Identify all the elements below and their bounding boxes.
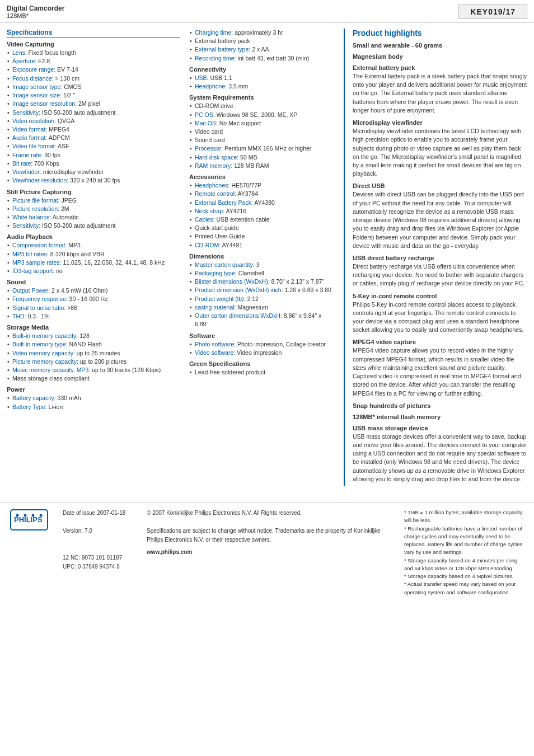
audio-playback-list: Compression format: MP3 MP3 bit rates: 8… — [7, 241, 180, 275]
list-item: casing material: Magnesium — [189, 303, 335, 312]
header-bar: Digital Camcorder 128MB* KEY019/17 — [0, 0, 534, 23]
list-item: Signal to noise ratio: >86 — [7, 304, 180, 312]
legal-text: Specifications are subject to change wit… — [147, 527, 393, 544]
list-item: Lens: Fixed focus length — [7, 49, 180, 57]
footer-meta: Date of issue 2007-01-18 Version: 7.0 12… — [63, 509, 135, 571]
list-item: External Battery Pack: AY4380 — [189, 199, 335, 207]
left-column: Specifications Video Capturing Lens: Fix… — [7, 29, 180, 486]
page: Digital Camcorder 128MB* KEY019/17 Speci… — [0, 0, 534, 756]
footnote-3: * Storage capacity based on 4 minutes pe… — [404, 557, 527, 573]
upc-number: UPC: 0 37849 94374 8 — [63, 562, 135, 571]
list-item: Sensitivity: ISO 50-200 auto adjustment — [7, 222, 180, 230]
list-item: Headphones: HE570/77P — [189, 181, 335, 190]
highlight-5key-text: Philips 5-Key in-cord remote control pla… — [353, 300, 527, 335]
highlight-5key-title: 5-Key in-cord remote control — [353, 293, 527, 299]
list-item: Focus distance: > 130 cm — [7, 74, 180, 83]
charging-list: Charging time: approximately 3 hr Extern… — [189, 29, 335, 63]
list-item: Neck strap: AY4216 — [189, 207, 335, 215]
footer-logo: PHILIPS — [7, 509, 51, 531]
software-title: Software — [189, 332, 335, 339]
sound-title: Sound — [7, 279, 180, 285]
list-item: Built-in memory capacity: 128 — [7, 332, 180, 340]
power-title: Power — [7, 386, 180, 393]
svg-point-2 — [16, 514, 19, 517]
highlight-mpeg4-title: MPEG4 video capture — [353, 339, 527, 345]
list-item: White balance: Automatic — [7, 213, 180, 222]
audio-playback-title: Audio Playback — [7, 233, 180, 240]
list-item: Picture file format: JPEG — [7, 196, 180, 205]
highlight-snap-title: Snap hundreds of pictures — [353, 402, 527, 409]
sound-list: Output Power: 2 x 4.5 mW (16 Ohm) Freque… — [7, 287, 180, 321]
footnote-4: * Storage capacity based on 4 Mpixel pic… — [404, 572, 527, 580]
philips-logo-svg: PHILIPS — [10, 509, 49, 531]
footer: PHILIPS Date of issue 2007-01-18 Version… — [0, 503, 534, 602]
highlight-usb-battery-text: Direct battery recharge via USB offers u… — [353, 262, 527, 288]
accessories-title: Accessories — [189, 173, 335, 180]
storage-list: Built-in memory capacity: 128 Built-in m… — [7, 332, 180, 383]
list-item: Video resolution: QVGA — [7, 117, 180, 125]
list-item: Picture resolution: 2M — [7, 205, 180, 213]
specs-title: Specifications — [7, 29, 180, 37]
list-item: Quick start guide — [189, 224, 335, 232]
video-capturing-list: Lens: Fixed focus length Aperture: F2.8 … — [7, 49, 180, 185]
list-item: Printed User Guide — [189, 232, 335, 241]
list-item: Mac OS: No Mac support — [189, 119, 335, 128]
highlights-title: Product highlights — [353, 29, 527, 37]
list-item: CD-ROM drive — [189, 102, 335, 110]
list-item: Viewfinder: microdisplay viewfinder — [7, 168, 180, 176]
storage-title: Storage Media — [7, 324, 180, 331]
version: Version: 7.0 — [63, 527, 135, 536]
list-item: Aperture: F2.8 — [7, 57, 180, 65]
list-item: Compression format: MP3 — [7, 241, 180, 250]
list-item: Built-in memory type: NAND Flash — [7, 340, 180, 349]
dimensions-title: Dimensions — [189, 253, 335, 260]
list-item: Image sensor resolution: 2M pixel — [7, 100, 180, 108]
highlight-usb-storage-text: USB mass storage devices offer a conveni… — [353, 433, 527, 483]
svg-point-3 — [24, 514, 27, 517]
list-item: Packaging type: Clamshell — [189, 269, 335, 278]
still-picture-title: Still Picture Capturing — [7, 189, 180, 195]
power-list: Battery capacity: 330 mAh Battery Type: … — [7, 394, 180, 411]
list-item: External battery type: 2 x AA — [189, 45, 335, 54]
copyright: © 2007 Koninklijke Philips Electronics N… — [147, 509, 393, 518]
connectivity-list: USB: USB 1.1 Headphone: 3.5 mm — [189, 74, 335, 91]
product-type: Digital Camcorder — [7, 4, 458, 12]
software-list: Photo software: Photo impression, Collag… — [189, 340, 335, 357]
list-item: Music memory capacity, MP3: up to 30 tra… — [7, 366, 180, 374]
list-item: Blister dimensions (WxDxH): 8.70" x 2.13… — [189, 278, 335, 286]
highlight-microdisplay-text: Microdisplay viewfinder combines the lat… — [353, 127, 527, 178]
list-item: Video memory capacity: up to 25 minutes — [7, 349, 180, 358]
svg-point-4 — [32, 514, 35, 517]
list-item: USB: USB 1.1 — [189, 74, 335, 82]
list-item: Video format: MPEG4 — [7, 125, 180, 134]
list-item: Mass storage class compliant — [7, 374, 180, 383]
list-item: Product dimension (WxDxH) inch: 1.26 x 0… — [189, 286, 335, 294]
list-item: Battery capacity: 330 mAh — [7, 394, 180, 402]
list-item: Photo software: Photo impression, Collag… — [189, 340, 335, 349]
list-item: PC OS: Windows 98 SE, 2000, ME, XP — [189, 111, 335, 119]
accessories-list: Headphones: HE570/77P Remote control: AY… — [189, 181, 335, 250]
list-item: THD: 0.3 - 1% — [7, 312, 180, 321]
list-item: MP3 bit rates: 8-320 kbps and VBR — [7, 250, 180, 259]
list-item: Viewfinder resolution: 320 x 240 at 30 f… — [7, 176, 180, 185]
footer-legal: © 2007 Koninklijke Philips Electronics N… — [147, 509, 393, 557]
main-content: Specifications Video Capturing Lens: Fix… — [0, 23, 534, 491]
footnote-5: * Actual transfer speed may vary based o… — [404, 580, 527, 597]
highlight-direct-usb-text: Devices with direct USB can be plugged d… — [353, 190, 527, 250]
list-item: Image sensor size: 1/2 " — [7, 91, 180, 100]
highlight-ext-battery-title: External battery pack — [353, 64, 527, 71]
list-item: Product weight (lb): 2.12 — [189, 295, 335, 303]
green-list: Lead-free soldered product — [189, 368, 335, 377]
list-item: Frequency response: 30 - 16 000 Hz — [7, 295, 180, 303]
footer-notes: * 1MB = 1 million bytes; available stora… — [404, 509, 527, 597]
list-item: Battery Type: Li-ion — [7, 403, 180, 411]
product-sub: 128MB* — [7, 12, 458, 19]
list-item: MP3 sample rates: 11.025, 16, 22.050, 32… — [7, 259, 180, 267]
footnote-2: * Rechargeable batteries have a limited … — [404, 525, 527, 557]
list-item: Processor: Pentium MMX 166 MHz or higher — [189, 144, 335, 153]
still-picture-list: Picture file format: JPEG Picture resolu… — [7, 196, 180, 231]
list-item: Cables: USB extention cable — [189, 215, 335, 224]
list-item: Video file format: ASF — [7, 142, 180, 151]
list-item: Lead-free soldered product — [189, 368, 335, 377]
list-item: Output Power: 2 x 4.5 mW (16 Ohm) — [7, 287, 180, 295]
